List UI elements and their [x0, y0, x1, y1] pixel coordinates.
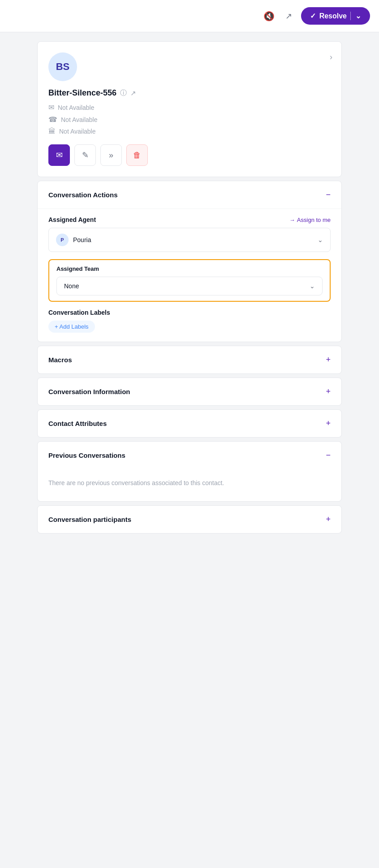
conversation-participants-panel: Conversation participants +	[37, 505, 342, 534]
edit-icon: ✎	[82, 150, 89, 160]
previous-conversations-panel: Previous Conversations − There are no pr…	[37, 441, 342, 502]
bank-value: Not Available	[59, 128, 95, 135]
content-area: › BS Bitter-Silence-556 ⓘ ↗ ✉ Not Availa…	[37, 41, 342, 537]
team-dropdown-chevron-icon: ⌄	[310, 282, 315, 290]
delete-icon: 🗑	[133, 151, 141, 160]
main-container: 🔇 ↗ ✓ Resolve ⌄ › BS Bitter-Silence-556 …	[0, 0, 379, 868]
assigned-team-section: Assigned Team None ⌄	[48, 259, 331, 302]
agent-dropdown-chevron-icon: ⌄	[318, 236, 323, 243]
contact-card: › BS Bitter-Silence-556 ⓘ ↗ ✉ Not Availa…	[37, 41, 342, 177]
previous-conversations-toggle: −	[326, 451, 331, 460]
macros-title: Macros	[48, 356, 72, 364]
conversation-information-header[interactable]: Conversation Information +	[38, 378, 341, 405]
add-labels-button[interactable]: + Add Labels	[48, 321, 95, 333]
team-dropdown[interactable]: None ⌄	[56, 277, 323, 295]
conversation-actions-toggle: −	[326, 190, 331, 200]
external-link-icon[interactable]: ↗	[130, 89, 136, 97]
contact-name: Bitter-Silence-556	[48, 88, 116, 98]
conversation-actions-body: Assigned Agent → Assign to me P Pouria ⌄	[38, 208, 341, 342]
agent-dropdown[interactable]: P Pouria ⌄	[48, 228, 331, 252]
email-action-button[interactable]: ✉	[48, 144, 70, 166]
forward-action-button[interactable]: »	[100, 144, 122, 166]
macros-panel: Macros +	[37, 346, 342, 374]
edit-action-button[interactable]: ✎	[74, 144, 96, 166]
agent-name: Pouria	[73, 236, 91, 243]
no-previous-conversations-text: There are no previous conversations asso…	[38, 469, 341, 501]
conversation-information-title: Conversation Information	[48, 388, 130, 395]
resolve-label: Resolve	[319, 12, 347, 20]
mute-button[interactable]: 🔇	[262, 9, 276, 23]
phone-icon: ☎	[48, 115, 57, 124]
contact-attributes-toggle: +	[326, 419, 331, 428]
conversation-actions-header[interactable]: Conversation Actions −	[38, 181, 341, 208]
contact-card-arrow[interactable]: ›	[330, 52, 332, 62]
top-bar: 🔇 ↗ ✓ Resolve ⌄	[0, 0, 379, 32]
agent-avatar: P	[56, 234, 69, 246]
resolve-check-icon: ✓	[310, 12, 316, 20]
conversation-information-panel: Conversation Information +	[37, 378, 342, 406]
action-buttons: ✉ ✎ » 🗑	[48, 144, 331, 166]
bank-row: 🏛 Not Available	[48, 127, 331, 135]
email-action-icon: ✉	[56, 150, 63, 160]
conversation-participants-toggle: +	[326, 515, 331, 524]
resolve-chevron-icon: ⌄	[350, 12, 361, 20]
email-value: Not Available	[58, 104, 94, 111]
mute-icon: 🔇	[263, 11, 275, 22]
share-button[interactable]: ↗	[284, 9, 294, 23]
assigned-agent-label: Assigned Agent	[48, 216, 96, 223]
assign-arrow-icon: →	[289, 217, 295, 223]
conversation-participants-title: Conversation participants	[48, 516, 131, 523]
previous-conversations-title: Previous Conversations	[48, 451, 125, 459]
conversation-actions-panel: Conversation Actions − Assigned Agent → …	[37, 181, 342, 342]
assign-to-me-label: Assign to me	[297, 217, 331, 223]
agent-dropdown-inner: P Pouria	[56, 234, 91, 246]
contact-attributes-title: Contact Attributes	[48, 420, 107, 427]
email-row: ✉ Not Available	[48, 103, 331, 112]
share-icon: ↗	[285, 11, 292, 21]
contact-attributes-panel: Contact Attributes +	[37, 409, 342, 438]
delete-action-button[interactable]: 🗑	[126, 144, 148, 166]
conversation-actions-title: Conversation Actions	[48, 191, 117, 199]
macros-toggle: +	[326, 355, 331, 365]
avatar: BS	[48, 52, 77, 81]
assigned-agent-row: Assigned Agent → Assign to me	[48, 209, 331, 228]
macros-header[interactable]: Macros +	[38, 346, 341, 373]
contact-name-row: Bitter-Silence-556 ⓘ ↗	[48, 88, 331, 98]
email-icon: ✉	[48, 103, 54, 112]
conversation-participants-header[interactable]: Conversation participants +	[38, 506, 341, 533]
phone-value: Not Available	[61, 116, 97, 123]
add-labels-text: + Add Labels	[55, 323, 89, 330]
info-icon[interactable]: ⓘ	[120, 89, 127, 97]
contact-attributes-header[interactable]: Contact Attributes +	[38, 410, 341, 437]
conversation-labels-label: Conversation Labels	[48, 309, 331, 316]
previous-conversations-header[interactable]: Previous Conversations −	[38, 442, 341, 469]
bank-icon: 🏛	[48, 127, 56, 135]
assigned-team-label: Assigned Team	[56, 265, 323, 272]
conversation-information-toggle: +	[326, 387, 331, 396]
forward-icon: »	[109, 151, 113, 160]
resolve-button[interactable]: ✓ Resolve ⌄	[301, 7, 370, 25]
assign-to-me-button[interactable]: → Assign to me	[289, 217, 331, 223]
team-value: None	[64, 282, 79, 290]
phone-row: ☎ Not Available	[48, 115, 331, 124]
